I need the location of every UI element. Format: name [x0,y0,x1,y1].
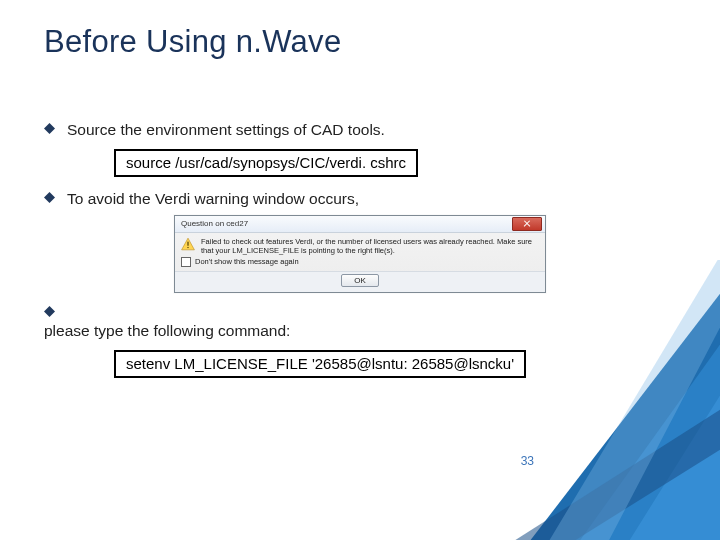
warning-dialog: Question on ced27 Failed to check out fe… [174,215,546,293]
dialog-titlebar: Question on ced27 [175,216,545,233]
slide-title: Before Using n.Wave [44,24,676,60]
diamond-bullet-icon [44,306,55,317]
svg-rect-3 [187,241,188,245]
diamond-bullet-icon [44,123,55,134]
close-icon[interactable] [512,217,542,231]
bullet-text: please type the following command: [44,319,290,342]
dialog-button-row: OK [175,271,545,292]
bullet-text: Source the environment settings of CAD t… [67,118,385,141]
svg-rect-4 [187,246,188,247]
dialog-message: Failed to check out features Verdi, or t… [201,237,539,255]
dialog-checkbox-row: Don't show this message again [175,257,545,271]
bullet-row: Source the environment settings of CAD t… [44,118,676,141]
slide: Before Using n.Wave Source the environme… [0,0,720,540]
dialog-body: Failed to check out features Verdi, or t… [175,233,545,257]
bullet-row: please type the following command: [44,301,676,342]
page-number: 33 [521,454,534,468]
dialog-title: Question on ced27 [178,219,512,228]
bullet-row: To avoid the Verdi warning window occurs… [44,187,676,210]
checkbox-label: Don't show this message again [195,257,299,266]
slide-body: Source the environment settings of CAD t… [44,118,676,388]
checkbox[interactable] [181,257,191,267]
svg-marker-5 [44,306,55,317]
code-box-source: source /usr/cad/synopsys/CIC/verdi. cshr… [114,149,418,177]
svg-marker-9 [506,406,720,540]
ok-button[interactable]: OK [341,274,379,287]
svg-marker-1 [44,192,55,203]
code-box-setenv: setenv LM_LICENSE_FILE '26585@lsntu: 265… [114,350,526,378]
svg-marker-0 [44,123,55,134]
warning-icon [181,237,195,251]
diamond-bullet-icon [44,192,55,203]
svg-marker-8 [626,386,720,540]
bullet-text: To avoid the Verdi warning window occurs… [67,187,359,210]
